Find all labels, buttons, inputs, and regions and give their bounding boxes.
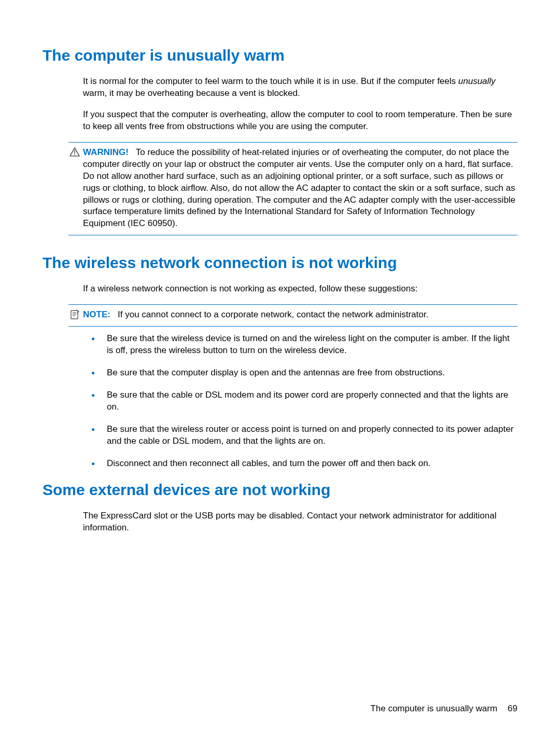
list-item: Be sure that the wireless router or acce… bbox=[83, 424, 517, 447]
section2-title: The wireless network connection is not w… bbox=[43, 254, 517, 272]
section1-title: The computer is unusually warm bbox=[43, 47, 517, 64]
note-label: NOTE: bbox=[83, 310, 110, 319]
para1-prefix: It is normal for the computer to feel wa… bbox=[83, 76, 458, 86]
warning-callout: WARNING! To reduce the possibility of he… bbox=[68, 142, 517, 236]
running-head: The computer is unusually warm bbox=[370, 704, 497, 714]
note-text: If you cannot connect to a corporate net… bbox=[118, 310, 428, 319]
note-icon bbox=[68, 309, 81, 320]
page-footer: The computer is unusually warm 69 bbox=[370, 704, 517, 714]
section3-title: Some external devices are not working bbox=[43, 481, 517, 499]
warning-body: WARNING! To reduce the possibility of he… bbox=[81, 147, 517, 230]
section2-bullets: Be sure that the wireless device is turn… bbox=[83, 333, 517, 470]
note-body: NOTE: If you cannot connect to a corpora… bbox=[81, 309, 517, 321]
section3-para1: The ExpressCard slot or the USB ports ma… bbox=[83, 510, 517, 534]
para1-suffix: warm, it may be overheating because a ve… bbox=[83, 88, 300, 98]
note-callout: NOTE: If you cannot connect to a corpora… bbox=[68, 304, 517, 327]
section1-para1: It is normal for the computer to feel wa… bbox=[83, 76, 517, 100]
list-item: Be sure that the cable or DSL modem and … bbox=[83, 389, 517, 413]
section2-para1: If a wireless network connection is not … bbox=[83, 283, 517, 295]
svg-rect-2 bbox=[71, 311, 78, 319]
warning-text: To reduce the possibility of heat-relate… bbox=[83, 147, 515, 229]
warning-icon bbox=[68, 147, 81, 157]
page-container: The computer is unusually warm It is nor… bbox=[0, 0, 560, 745]
section3-body: The ExpressCard slot or the USB ports ma… bbox=[83, 510, 517, 534]
warning-label: WARNING! bbox=[83, 147, 129, 157]
list-item: Be sure that the computer display is ope… bbox=[83, 367, 517, 379]
para1-italic: unusually bbox=[458, 76, 496, 86]
list-item: Disconnect and then reconnect all cables… bbox=[83, 458, 517, 470]
page-number: 69 bbox=[508, 704, 517, 714]
list-item: Be sure that the wireless device is turn… bbox=[83, 333, 517, 357]
section1-para2: If you suspect that the computer is over… bbox=[83, 109, 517, 133]
section2-intro: If a wireless network connection is not … bbox=[83, 283, 517, 295]
section1-body: It is normal for the computer to feel wa… bbox=[83, 76, 517, 133]
svg-point-1 bbox=[74, 154, 75, 155]
